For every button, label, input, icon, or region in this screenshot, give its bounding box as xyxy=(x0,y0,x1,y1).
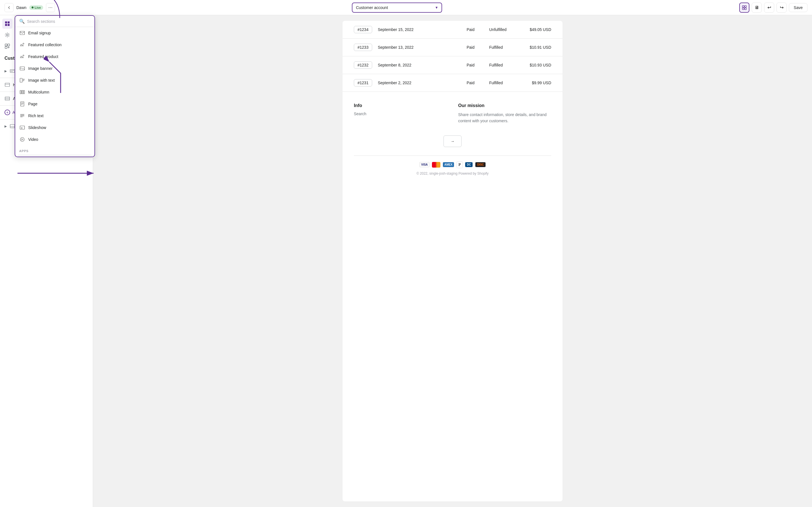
discover-icon: DISC xyxy=(475,162,486,167)
svg-rect-11 xyxy=(5,47,7,48)
svg-rect-5 xyxy=(8,21,10,23)
multicolumn-label: Multicolumn xyxy=(28,90,49,94)
topbar-left: Dawn Live ··· xyxy=(4,3,55,12)
content-area: #1234 September 15, 2022 Paid Unfulfille… xyxy=(93,15,812,507)
dropdown-item-slideshow[interactable]: Slideshow xyxy=(15,122,94,133)
dropdown-item-page[interactable]: Page xyxy=(15,98,94,110)
svg-rect-0 xyxy=(742,6,744,7)
svg-point-24 xyxy=(23,43,24,44)
order-payment-status: Paid xyxy=(467,45,484,50)
dropdown-item-featured-collection[interactable]: Featured collection xyxy=(15,39,94,51)
chevron-down-icon: ▼ xyxy=(435,6,439,10)
app-item-single-customer-tickets[interactable]: Single - Customer Tickets Single Staging xyxy=(17,154,92,157)
rich-text-icon xyxy=(19,113,26,119)
order-payment-status: Paid xyxy=(467,80,484,85)
footer-copyright: © 2022, single-josh-staging Powered by S… xyxy=(416,172,489,175)
order-date: September 13, 2022 xyxy=(378,45,461,50)
featured-collection-label: Featured collection xyxy=(28,43,61,47)
svg-rect-15 xyxy=(5,83,10,87)
search-input[interactable] xyxy=(27,19,91,24)
topbar-right: 🖥 ↩ ↪ Save xyxy=(739,3,808,13)
svg-rect-23 xyxy=(20,31,24,35)
svg-rect-9 xyxy=(5,44,7,46)
sidebar-icon-column xyxy=(0,15,15,51)
dropdown-item-image-banner[interactable]: Image banner xyxy=(15,62,94,74)
order-date: September 2, 2022 xyxy=(378,80,461,85)
order-amount: $49.05 USD xyxy=(523,27,551,32)
slideshow-icon xyxy=(19,124,26,131)
footer-info-title: Info xyxy=(354,103,447,108)
order-fulfillment-status: Fulfilled xyxy=(489,80,517,85)
plus-icon: + xyxy=(4,110,10,115)
theme-settings-icon-button[interactable] xyxy=(2,30,12,40)
footer-col-mission: Our mission Share contact information, s… xyxy=(458,103,551,124)
orders-section: #1234 September 15, 2022 Paid Unfulfille… xyxy=(343,21,562,92)
svg-rect-32 xyxy=(22,91,23,94)
order-number: #1232 xyxy=(354,61,372,69)
svg-rect-27 xyxy=(20,78,22,82)
back-button[interactable] xyxy=(4,3,13,12)
svg-rect-26 xyxy=(20,67,24,70)
topbar: Dawn Live ··· Customer account ▼ 🖥 ↩ ↪ S… xyxy=(0,0,812,15)
featured-product-icon xyxy=(19,54,26,60)
page-preview: #1234 September 15, 2022 Paid Unfulfille… xyxy=(343,21,562,501)
svg-rect-33 xyxy=(23,91,24,94)
footer-mission-text: Share contact information, store details… xyxy=(458,112,551,124)
table-row: #1231 September 2, 2022 Paid Fulfilled $… xyxy=(343,74,562,92)
rich-text-label: Rich text xyxy=(28,114,43,118)
order-date: September 15, 2022 xyxy=(378,27,461,32)
order-date: September 8, 2022 xyxy=(378,63,461,67)
expand-arrow-icon: ▶ xyxy=(4,69,7,73)
footer-info-search: Search xyxy=(354,112,447,116)
apps-label: APPS xyxy=(19,148,91,154)
order-number: #1234 xyxy=(354,26,372,33)
svg-rect-3 xyxy=(745,8,746,10)
payment-icons: VISA AMEX 𝐏 DC DISC xyxy=(419,161,486,168)
live-badge: Live xyxy=(29,5,43,10)
image-with-text-icon xyxy=(19,77,26,83)
sections-icon-button[interactable] xyxy=(2,18,12,29)
image-banner-label: Image banner xyxy=(28,66,52,71)
undo-button[interactable]: ↩ xyxy=(764,3,774,13)
svg-rect-20 xyxy=(10,124,15,128)
dropdown-item-rich-text[interactable]: Rich text xyxy=(15,110,94,122)
svg-point-25 xyxy=(23,55,24,56)
page-icon xyxy=(19,101,26,107)
featured-product-label: Featured product xyxy=(28,54,58,59)
footer-arrow-button[interactable]: → xyxy=(444,135,461,147)
image-with-text-label: Image with text xyxy=(28,78,55,82)
order-fulfillment-status: Fulfilled xyxy=(489,45,517,50)
table-row: #1234 September 15, 2022 Paid Unfulfille… xyxy=(343,21,562,39)
dropdown-item-featured-product[interactable]: Featured product xyxy=(15,51,94,62)
account-icon xyxy=(4,96,10,101)
dropdown-item-email-signup[interactable]: Email signup xyxy=(15,27,94,39)
email-signup-label: Email signup xyxy=(28,31,51,35)
svg-rect-10 xyxy=(8,44,10,46)
dropdown-item-video[interactable]: Video xyxy=(15,133,94,145)
footer-section: Info Search Our mission Share contact in… xyxy=(343,92,562,187)
order-number: #1233 xyxy=(354,44,372,51)
sections-dropdown: 🔍 Email signup Featured collection xyxy=(15,15,95,157)
header-icon xyxy=(4,82,10,88)
search-box: 🔍 xyxy=(15,16,94,27)
desktop-view-button[interactable]: 🖥 xyxy=(752,3,762,13)
grid-view-button[interactable] xyxy=(739,3,749,13)
order-fulfillment-status: Fulfilled xyxy=(489,63,517,67)
more-options-button[interactable]: ··· xyxy=(46,3,55,12)
apps-section: APPS Single - Customer Tickets Single St… xyxy=(15,145,94,157)
dropdown-item-image-with-text[interactable]: Image with text xyxy=(15,74,94,86)
dropdown-item-multicolumn[interactable]: Multicolumn xyxy=(15,86,94,98)
svg-rect-12 xyxy=(10,69,15,72)
order-fulfillment-status: Unfulfilled xyxy=(489,27,517,32)
mastercard-icon xyxy=(432,162,441,168)
redo-button[interactable]: ↪ xyxy=(776,3,786,13)
app-name: Dawn xyxy=(16,5,27,10)
order-payment-status: Paid xyxy=(467,27,484,32)
apps-icon-button[interactable] xyxy=(2,41,12,51)
page-selector[interactable]: Customer account ▼ xyxy=(352,3,442,13)
svg-point-8 xyxy=(6,34,8,36)
svg-rect-6 xyxy=(5,24,7,26)
announcement-bar-icon xyxy=(10,68,15,74)
save-button[interactable]: Save xyxy=(789,3,808,12)
expand-arrow-icon: ▶ xyxy=(4,124,7,128)
